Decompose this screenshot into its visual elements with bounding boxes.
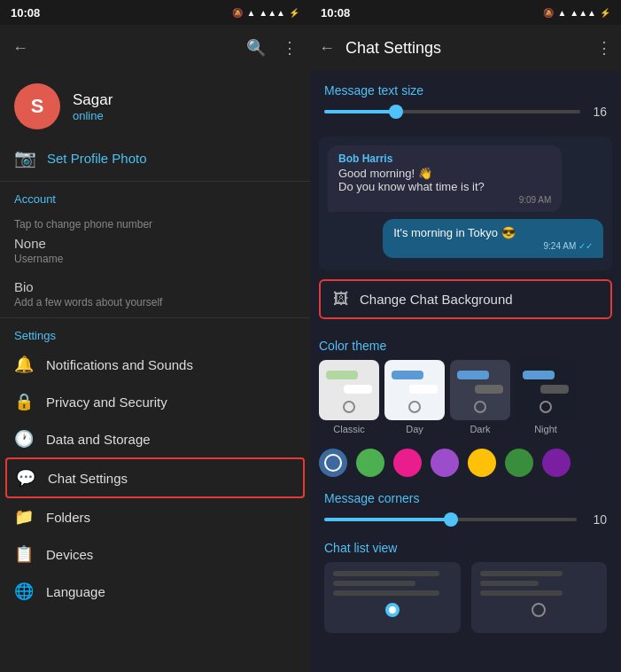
- mute-icon-right: 🔕: [543, 8, 554, 18]
- sidebar-item-folders[interactable]: 📁 Folders: [0, 498, 310, 535]
- battery-icon-right: ⚡: [600, 8, 610, 18]
- theme-dark[interactable]: Dark: [450, 360, 510, 434]
- sidebar-item-privacy[interactable]: 🔒 Privacy and Security: [0, 383, 310, 420]
- sent-bubble: It's morning in Tokyo 😎 9:24 AM ✓✓: [383, 219, 603, 258]
- chat-icon: 💬: [16, 468, 35, 488]
- message-corners-label: Message corners: [324, 491, 607, 505]
- bubble-sent-text: It's morning in Tokyo 😎: [393, 226, 593, 239]
- search-button-left[interactable]: 🔍: [246, 38, 266, 58]
- bell-icon: 🔔: [14, 355, 34, 374]
- theme-msg2: [344, 385, 372, 394]
- corners-slider-thumb: [444, 512, 458, 527]
- checkmarks-icon: ✓✓: [578, 241, 593, 251]
- profile-status: online: [73, 109, 113, 122]
- chat-list-view-label: Chat list view: [324, 541, 607, 555]
- back-button-right[interactable]: ←: [319, 39, 335, 58]
- notifications-label: Notifications and Sounds: [46, 357, 193, 372]
- font-size-slider-track[interactable]: [324, 110, 580, 113]
- message-size-label: Message text size: [324, 83, 607, 98]
- corners-slider-row: 10: [324, 512, 607, 527]
- chat-option-1-radio: [385, 603, 400, 617]
- accent-darkgreen[interactable]: [505, 449, 533, 477]
- sidebar-item-notifications[interactable]: 🔔 Notifications and Sounds: [0, 346, 310, 383]
- chat-list-option-2[interactable]: [471, 562, 608, 633]
- chat-line: [333, 581, 415, 586]
- theme-day-radio: [408, 401, 421, 413]
- chat-list-options: [324, 562, 607, 633]
- signal-icon-right: ▲▲▲: [570, 8, 596, 18]
- chat-list-option-1[interactable]: [324, 562, 461, 633]
- theme-day-card: [384, 360, 445, 420]
- sidebar-item-data[interactable]: 🕐 Data and Storage: [0, 420, 310, 457]
- chat-preview: Bob Harris Good morning! 👋 Do you know w…: [319, 137, 612, 270]
- username-label: Username: [14, 253, 296, 265]
- change-chat-background-button[interactable]: 🖼 Change Chat Background: [319, 279, 612, 319]
- folders-label: Folders: [46, 510, 90, 525]
- bio-label: Bio: [14, 279, 296, 294]
- theme-classic-card: [319, 360, 379, 420]
- font-size-slider-row: 16: [324, 105, 607, 119]
- accent-yellow[interactable]: [468, 449, 496, 477]
- menu-button-left[interactable]: ⋮: [282, 38, 298, 58]
- change-bg-label: Change Chat Background: [360, 292, 513, 307]
- theme-dark-card: [450, 360, 510, 420]
- accent-purple[interactable]: [431, 449, 459, 477]
- chat-line: [480, 581, 539, 586]
- status-bar-right: 10:08 🔕 ▲ ▲▲▲ ⚡: [310, 0, 621, 25]
- settings-section-label: Settings: [0, 318, 310, 346]
- header-left: ← 🔍 ⋮: [0, 25, 310, 71]
- bubble-sent-time: 9:24 AM ✓✓: [393, 241, 593, 251]
- theme-msg1: [326, 371, 358, 379]
- set-photo-button[interactable]: 📷 Set Profile Photo: [0, 138, 310, 181]
- theme-night-label: Night: [534, 424, 557, 434]
- font-size-value: 16: [589, 105, 607, 119]
- theme-day-msg1: [392, 371, 423, 379]
- menu-button-right[interactable]: ⋮: [596, 38, 612, 58]
- chat-option-2-radio: [532, 603, 546, 617]
- back-button-left[interactable]: ←: [12, 39, 28, 58]
- sidebar-item-devices[interactable]: 📋 Devices: [0, 535, 310, 573]
- chat-list-lines-2: [480, 571, 599, 596]
- theme-day[interactable]: Day: [384, 360, 445, 434]
- bubble-received-line1: Good morning! 👋: [338, 167, 551, 180]
- message-size-section: Message text size 16: [310, 71, 621, 137]
- theme-classic[interactable]: Classic: [319, 360, 379, 434]
- corners-value: 10: [586, 512, 607, 527]
- profile-name: Sagar: [73, 91, 113, 109]
- profile-info: Sagar online: [73, 91, 113, 122]
- chat-line: [333, 571, 439, 576]
- bio-section: Bio Add a few words about yourself: [0, 272, 310, 317]
- sidebar-item-language[interactable]: 🌐 Language: [0, 573, 310, 610]
- bubble-sender-name: Bob Harris: [338, 152, 551, 165]
- accent-pink[interactable]: [393, 449, 422, 477]
- sidebar-item-chat[interactable]: 💬 Chat Settings: [5, 457, 305, 498]
- message-corners-section: Message corners 10: [310, 484, 621, 534]
- color-theme-section: Color theme Classic: [310, 332, 621, 441]
- accent-green[interactable]: [356, 449, 384, 477]
- set-photo-label: Set Profile Photo: [47, 151, 147, 166]
- left-panel: 10:08 🔕 ▲ ▲▲▲ ⚡ ← 🔍 ⋮ S Sagar online 📷 S…: [0, 0, 310, 672]
- bubble-received-line2: Do you know what time is it?: [338, 180, 551, 193]
- theme-day-label: Day: [406, 424, 423, 434]
- bubble-received-time: 9:09 AM: [338, 195, 551, 205]
- theme-dark-msg2: [475, 385, 503, 394]
- devices-label: Devices: [46, 547, 93, 562]
- accent-colors-row: [310, 441, 621, 484]
- theme-night[interactable]: Night: [516, 360, 576, 434]
- accent-blue[interactable]: [319, 449, 347, 477]
- accent-violet[interactable]: [542, 449, 571, 477]
- header-right: ← Chat Settings ⋮: [310, 25, 621, 71]
- profile-section: S Sagar online: [0, 71, 310, 138]
- right-panel: 10:08 🔕 ▲ ▲▲▲ ⚡ ← Chat Settings ⋮ Messag…: [310, 0, 621, 672]
- bio-hint: Add a few words about yourself: [14, 296, 296, 309]
- theme-day-msg2: [409, 385, 438, 394]
- chat-list-lines-1: [333, 571, 452, 596]
- signal-icon: ▲▲▲: [259, 8, 285, 18]
- theme-night-msg1: [523, 371, 555, 379]
- chat-list-view-section: Chat list view: [310, 534, 621, 640]
- language-label: Language: [46, 584, 105, 599]
- avatar: S: [14, 83, 60, 129]
- data-label: Data and Storage: [46, 432, 151, 447]
- corners-slider-track[interactable]: [324, 518, 577, 521]
- received-bubble: Bob Harris Good morning! 👋 Do you know w…: [328, 145, 562, 212]
